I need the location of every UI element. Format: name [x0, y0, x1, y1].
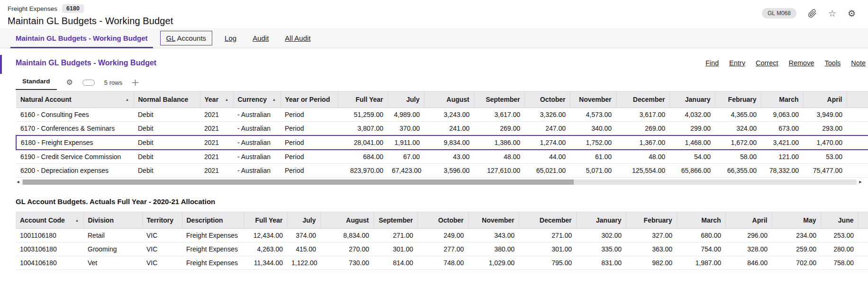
scroll-left-arrow-icon[interactable]: ◄ [14, 180, 22, 184]
column-july[interactable]: July [388, 91, 424, 108]
cell: 4,263.00 [244, 242, 287, 256]
cell: 1,367.00 [616, 135, 669, 150]
cell: 125,554.00 [616, 164, 669, 178]
screen-header: Freight Expenses 6180 Maintain GL Budget… [0, 0, 868, 28]
column-october[interactable]: October [417, 212, 468, 229]
cell: 680.00 [677, 229, 725, 242]
column-year-or-period[interactable]: Year or Period [280, 91, 338, 108]
cell: 3,617.00 [616, 108, 669, 122]
cell: 44.00 [524, 150, 570, 164]
column-division[interactable]: Division [83, 212, 142, 229]
action-links: FindEntryCorrectRemoveToolsNote [705, 59, 866, 67]
column-currency[interactable]: Currency▲ [233, 91, 280, 108]
column-december[interactable]: December [616, 91, 669, 108]
table-row[interactable]: 6170 - Conferences & SeminarsDebit2021- … [16, 122, 868, 136]
tab-all-audit[interactable]: All Audit [277, 28, 318, 48]
cell: 28,041.00 [338, 135, 388, 150]
cell: 1001106180 [16, 229, 83, 242]
cell: 1,987.00 [677, 256, 725, 270]
table-row-selected[interactable]: 6180 - Freight ExpensesDebit2021- Austra… [16, 135, 868, 150]
cell: 6160 - Consulting Fees [16, 108, 134, 122]
note-link[interactable]: Note [851, 59, 866, 67]
column-june[interactable]: June [821, 212, 858, 229]
column-april[interactable]: April [725, 212, 772, 229]
column-october[interactable]: October [524, 91, 570, 108]
column-january[interactable]: January [669, 91, 715, 108]
cell [847, 164, 868, 178]
column-december[interactable]: December [519, 212, 576, 229]
cell: 270.00 [320, 242, 373, 256]
column-march[interactable]: March [761, 91, 803, 108]
column-full-year[interactable]: Full Year [338, 91, 388, 108]
cell: 249.00 [417, 229, 468, 242]
scroll-right-arrow-icon[interactable]: ► [857, 180, 864, 184]
tab-maintain-gl-budgets-working-budget[interactable]: Maintain GL Budgets - Working Budget [8, 28, 156, 48]
table-row[interactable]: 1003106180GroomingVICFreight Expenses4,2… [16, 242, 868, 256]
cell: 43.00 [424, 150, 474, 164]
cell: 4,365.00 [715, 108, 761, 122]
table-row[interactable]: 1004106180VetVICFreight Expenses11,344.0… [16, 256, 868, 270]
column-november[interactable]: November [570, 91, 616, 108]
column-territory[interactable]: Territory [142, 212, 182, 229]
grid-settings-gear-icon[interactable]: ⚙ [66, 79, 73, 86]
panel-title: Maintain GL Budgets - Working Budget [16, 59, 156, 67]
column-february[interactable]: February [715, 91, 761, 108]
correct-link[interactable]: Correct [756, 59, 778, 67]
cell: 324.00 [715, 122, 761, 136]
column-may[interactable]: May [772, 212, 821, 229]
column-august[interactable]: August [320, 212, 373, 229]
cell: 302.00 [576, 229, 626, 242]
cell: 53.00 [803, 150, 847, 164]
cell: - Australian [233, 108, 280, 122]
settings-gear-icon[interactable]: ⚙ [848, 9, 856, 18]
table-row[interactable]: 1001106180RetailVICFreight Expenses12,43… [16, 229, 868, 242]
column-january[interactable]: January [576, 212, 626, 229]
tab-audit[interactable]: Audit [244, 28, 277, 48]
cell: Grooming [83, 242, 142, 256]
filter-pill-icon[interactable] [82, 80, 95, 86]
cell: 6180 - Freight Expenses [16, 135, 134, 150]
attachment-paperclip-icon[interactable] [808, 9, 817, 18]
horizontal-scrollbar[interactable]: ◄ ► [14, 179, 864, 185]
column-march[interactable]: March [677, 212, 725, 229]
find-link[interactable]: Find [705, 59, 719, 67]
column-february[interactable]: February [626, 212, 677, 229]
favorite-star-icon[interactable]: ☆ [828, 9, 836, 18]
column-full-year[interactable]: Full Year [244, 212, 287, 229]
table-row[interactable]: 6200 - Depreciation expensesDebit2021- A… [16, 164, 868, 178]
column-july[interactable]: July [287, 212, 320, 229]
tab-log[interactable]: Log [217, 28, 244, 48]
scrollbar-track[interactable] [22, 179, 857, 185]
column-april[interactable]: April [803, 91, 847, 108]
expand-plus-icon[interactable] [132, 79, 139, 86]
entry-link[interactable]: Entry [729, 59, 745, 67]
cell: Debit [134, 150, 200, 164]
column-september[interactable]: September [474, 91, 524, 108]
column-august[interactable]: August [424, 91, 474, 108]
column-natural-account[interactable]: Natural Account▲ [16, 91, 134, 108]
cell: 374.00 [287, 229, 320, 242]
column-account-code[interactable]: Account Code▲ [16, 212, 83, 229]
column-november[interactable]: November [468, 212, 519, 229]
view-tab-standard[interactable]: Standard [16, 75, 57, 90]
column-september[interactable]: September [373, 212, 417, 229]
table-row[interactable]: 6190 - Credit Service CommissionDebit202… [16, 150, 868, 164]
cell: 3,949.00 [803, 108, 847, 122]
column-description[interactable]: Description [182, 212, 244, 229]
cell: Period [280, 122, 338, 136]
cell: Debit [134, 135, 200, 150]
cell: - Australian [233, 122, 280, 136]
cell: 1004106180 [16, 256, 83, 270]
table-row[interactable]: 6160 - Consulting FeesDebit2021- Austral… [16, 108, 868, 122]
cell: 2021 [200, 135, 233, 150]
column-year[interactable]: Year▲ [200, 91, 233, 108]
cell: 11,344.00 [244, 256, 287, 270]
cell [858, 256, 868, 270]
column-normal-balance[interactable]: Normal Balance [134, 91, 200, 108]
scrollbar-thumb[interactable] [23, 179, 574, 185]
remove-link[interactable]: Remove [789, 59, 814, 67]
cell: 1,911.00 [388, 135, 424, 150]
tools-link[interactable]: Tools [825, 59, 841, 67]
tab-gl-accounts[interactable]: GL Accounts [156, 28, 217, 48]
cell: Freight Expenses [182, 229, 244, 242]
